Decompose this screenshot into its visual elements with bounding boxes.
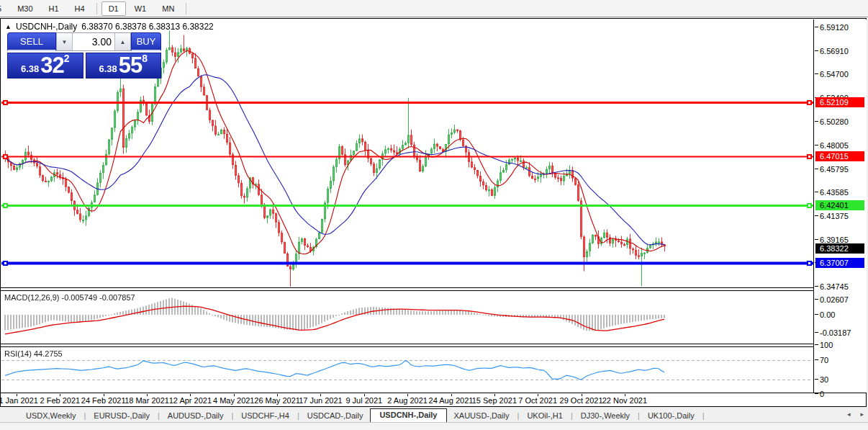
ask-price-main: 55 [119, 55, 142, 76]
level-price-badge: 6.47015 [815, 151, 864, 161]
timeframe-button-d1[interactable]: D1 [101, 1, 126, 16]
sell-button[interactable]: SELL [7, 32, 56, 51]
chart-header: ▲ USDCNH-,Daily 6.38370 6.38378 6.38313 … [5, 22, 214, 32]
macd-label-text: MACD(12,26,9) [4, 293, 59, 302]
pane-divider-rsi[interactable] [1, 344, 866, 347]
timeframe-button-5[interactable]: 5 [0, 1, 9, 16]
chart-tab-dj30-weekly[interactable]: DJ30-,Weekly [574, 410, 637, 422]
ask-price-pip: 8 [142, 54, 148, 63]
toolbar-separator [96, 3, 97, 14]
one-click-trading-panel: SELL ▼ ▲ BUY 6.38 32 2 6.38 55 8 [7, 32, 161, 79]
tab-scroll-left-icon[interactable]: ◂ [847, 411, 851, 418]
mt4-application-window: 5M30H1H4D1W1MN ▲ USDCNH-,Daily 6.38370 6… [0, 0, 868, 430]
bid-price-prefix: 6.38 [21, 62, 39, 76]
date-label: 18 Mar 2021 [125, 396, 169, 405]
price-axis-tick: 6.43585 [820, 188, 849, 197]
date-label: 2 Aug 2021 [387, 396, 428, 405]
volume-decrease-icon[interactable]: ▼ [57, 33, 73, 50]
macd-values-text: -0.005749 -0.007857 [61, 293, 135, 302]
bid-price-tile[interactable]: 6.38 32 2 [7, 53, 83, 79]
date-axis[interactable]: 11 Jan 20212 Feb 202124 Feb 202118 Mar 2… [1, 394, 866, 406]
price-axis-tick: 6.54700 [820, 70, 849, 79]
price-axis-tick: 6.34745 [820, 282, 849, 291]
price-axis[interactable]: 6.591206.569106.547006.524906.502806.480… [813, 19, 867, 393]
timeframe-toolbar: 5M30H1H4D1W1MN [0, 0, 868, 17]
date-label: 17 Jun 2021 [299, 396, 343, 405]
rsi-axis-tick: 100 [820, 341, 833, 349]
chart-tab-ukoil-h1[interactable]: UKOil-,H1 [520, 410, 570, 422]
timeframe-button-w1[interactable]: W1 [127, 1, 154, 16]
timeframe-button-h1[interactable]: H1 [42, 1, 66, 16]
macd-axis-tick: -0.03187 [820, 328, 851, 337]
ask-price-prefix: 6.38 [99, 62, 117, 76]
date-label: 7 Oct 2021 [518, 396, 557, 405]
price-axis-tick: 6.48005 [820, 141, 849, 150]
chart-tab-uk100-daily[interactable]: UK100-,Daily [641, 410, 702, 422]
level-price-badge: 6.52109 [815, 97, 864, 107]
date-label: 29 Oct 2021 [560, 396, 603, 405]
chart-tab-audusd-daily[interactable]: AUDUSD-,Daily [161, 410, 231, 422]
price-axis-tick: 6.59120 [820, 23, 849, 32]
chart-tab-usdchf-h4[interactable]: USDCHF-,H4 [234, 410, 297, 422]
chart-ohlc-values: 6.38370 6.38378 6.38313 6.38322 [81, 22, 214, 32]
date-label: 12 Apr 2021 [169, 396, 212, 405]
tabbar-scroll-strip[interactable] [0, 422, 868, 430]
rsi-axis-tick: 0 [820, 390, 824, 398]
date-label: 24 Feb 2021 [81, 396, 126, 405]
date-label: 9 Jul 2021 [345, 396, 382, 405]
rsi-axis-tick: 70 [820, 356, 828, 364]
level-price-badge: 6.37007 [815, 258, 864, 268]
chart-tab-xauusd-daily[interactable]: XAUUSD-,Daily [447, 410, 517, 422]
panel-collapse-icon[interactable]: ▲ [5, 23, 12, 30]
chart-window: ▲ USDCNH-,Daily 6.38370 6.38378 6.38313 … [0, 18, 867, 407]
current-price-badge: 6.38322 [815, 243, 864, 254]
chart-tab-eurusd-daily[interactable]: EURUSD-,Daily [86, 410, 157, 422]
price-axis-tick: 6.39165 [820, 236, 849, 244]
ask-price-tile[interactable]: 6.38 55 8 [86, 53, 162, 79]
date-label: 22 Nov 2021 [602, 396, 647, 405]
date-label: 4 May 2021 [213, 396, 254, 405]
date-label: 15 Sep 2021 [472, 396, 517, 405]
rsi-value-text: 44.2755 [34, 349, 63, 358]
chart-symbol-title: USDCNH-,Daily [16, 22, 77, 32]
timeframe-button-m30[interactable]: M30 [10, 1, 40, 16]
price-axis-tick: 6.45795 [820, 165, 849, 174]
tab-separator: | [702, 411, 705, 422]
tab-scroll-right-icon[interactable]: ▸ [860, 411, 864, 418]
chart-tab-usdx-weekly[interactable]: USDX,Weekly [19, 410, 83, 422]
rsi-indicator-canvas[interactable] [1, 347, 813, 393]
bid-price-main: 32 [40, 55, 63, 76]
rsi-label-text: RSI(14) [4, 349, 32, 358]
chart-tab-bar: USDX,Weekly|EURUSD-,Daily|AUDUSD-,Daily|… [0, 408, 868, 422]
chart-tab-usdcnh-daily[interactable]: USDCNH-,Daily [370, 408, 446, 422]
rsi-pane-label: RSI(14) 44.2755 [4, 349, 63, 358]
tab-scroll-arrows: ◂▸ [847, 411, 864, 418]
timeframe-button-h4[interactable]: H4 [68, 1, 92, 16]
level-price-badge: 6.42401 [815, 200, 864, 210]
volume-increase-icon[interactable]: ▲ [114, 33, 130, 50]
macd-axis-tick: 0.02607 [820, 295, 849, 304]
buy-button[interactable]: BUY [131, 32, 161, 51]
price-axis-tick: 6.41375 [820, 212, 849, 220]
macd-pane-label: MACD(12,26,9) -0.005749 -0.007857 [4, 293, 135, 302]
bid-price-pip: 2 [64, 54, 70, 63]
chart-tab-usdcad-daily[interactable]: USDCAD-,Daily [300, 410, 371, 422]
volume-input[interactable] [73, 33, 114, 50]
price-axis-tick: 6.50280 [820, 117, 849, 126]
rsi-axis-tick: 30 [820, 375, 828, 384]
volume-stepper: ▼ ▲ [56, 32, 131, 51]
toolbar-separator [186, 3, 186, 14]
date-label: 24 Aug 2021 [429, 396, 474, 405]
date-label: 2 Feb 2021 [40, 396, 81, 405]
date-label: 11 Jan 2021 [0, 396, 38, 405]
macd-axis-tick: 0.00 [820, 310, 835, 319]
date-label: 26 May 2021 [254, 396, 300, 405]
pane-divider-macd[interactable] [1, 287, 866, 291]
price-axis-tick: 6.56910 [820, 47, 849, 55]
timeframe-button-mn[interactable]: MN [155, 1, 181, 16]
